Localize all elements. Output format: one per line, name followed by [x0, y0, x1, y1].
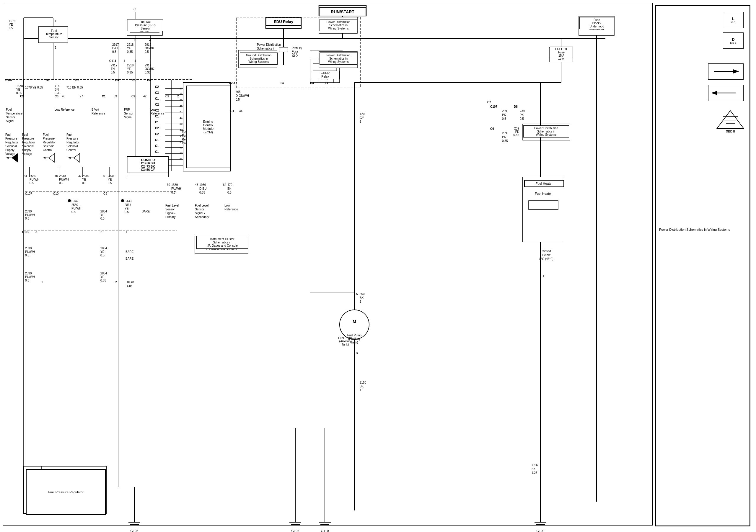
svg-text:C1: C1: [155, 139, 159, 141]
svg-text:1936: 1936: [199, 183, 206, 187]
svg-text:1: 1: [360, 300, 362, 303]
svg-text:BN: BN: [55, 88, 59, 91]
svg-text:G109: G109: [537, 529, 545, 532]
svg-text:BK: BK: [531, 468, 536, 470]
svg-text:Supply: Supply: [5, 148, 14, 152]
svg-text:1: 1: [360, 389, 362, 392]
fpmp-relay-label: F/PMP Relay: [311, 71, 339, 79]
svg-text:C1: C1: [155, 121, 159, 124]
svg-text:C107: C107: [25, 192, 32, 195]
svg-text:C9: C9: [103, 192, 107, 195]
svg-text:550: 550: [360, 292, 365, 296]
svg-text:Regulator: Regulator: [67, 141, 79, 144]
svg-text:2: 2: [177, 95, 179, 98]
svg-text:Low: Low: [225, 204, 230, 207]
svg-text:C4: C4: [147, 79, 151, 82]
svg-text:Regulator: Regulator: [43, 141, 56, 144]
svg-text:Low Reference: Low Reference: [55, 108, 75, 111]
svg-text:Pressure: Pressure: [43, 137, 55, 140]
svg-text:Sensor: Sensor: [124, 112, 133, 115]
svg-text:30: 30: [167, 183, 170, 187]
svg-text:PU/WH: PU/WH: [25, 275, 35, 279]
svg-text:Power Distribution: Power Distribution: [257, 43, 281, 46]
svg-text:BK: BK: [228, 187, 231, 190]
svg-text:YE: YE: [108, 178, 112, 181]
svg-text:Fuel: Fuel: [5, 133, 11, 136]
svg-text:C111: C111: [109, 59, 116, 63]
svg-text:Reference: Reference: [92, 112, 105, 115]
svg-marker-445: [711, 91, 717, 95]
svg-text:0.5: 0.5: [9, 27, 13, 30]
fuel-pressure-reg-label: Fuel Pressure Regulator: [26, 469, 106, 515]
svg-text:0.5: 0.5: [25, 254, 29, 257]
svg-text:Low: Low: [150, 108, 156, 111]
svg-point-252: [68, 199, 71, 202]
svg-text:G103: G103: [130, 529, 139, 532]
svg-text:2918: 2918: [127, 43, 134, 46]
svg-text:C2: C2: [155, 127, 159, 130]
svg-text:C1: C1: [155, 115, 159, 118]
svg-text:S143: S143: [124, 199, 132, 203]
power-dist-ref3: Power Distribution Schematics in Wiring …: [523, 125, 569, 138]
edu-relay-label: EDU Relay: [266, 18, 301, 26]
svg-text:2918: 2918: [127, 64, 134, 67]
svg-text:2834: 2834: [100, 210, 107, 213]
svg-text:C107: C107: [5, 79, 13, 82]
svg-text:Sensor: Sensor: [165, 208, 175, 211]
svg-text:C2: C2: [131, 95, 135, 98]
svg-text:Reference: Reference: [150, 112, 165, 115]
svg-text:Solenoid: Solenoid: [5, 144, 17, 148]
svg-text:718: 718: [55, 84, 60, 88]
svg-text:5-Volt: 5-Volt: [92, 108, 99, 111]
svg-text:YE: YE: [82, 178, 86, 181]
svg-text:2834: 2834: [100, 247, 107, 250]
svg-text:Signal: Signal: [6, 119, 14, 123]
svg-text:YE: YE: [100, 213, 104, 216]
svg-text:0.5: 0.5: [30, 182, 34, 185]
fuel-pump-label: Fuel Pump (Auxiliary Tank): [338, 336, 352, 346]
svg-text:F1: F1: [325, 82, 328, 85]
svg-text:0.5: 0.5: [25, 279, 29, 282]
svg-text:1: 1: [543, 275, 544, 278]
svg-rect-11: [279, 47, 288, 52]
svg-text:0.5: 0.5: [25, 217, 29, 220]
svg-text:0.5: 0.5: [228, 191, 231, 194]
svg-text:BK: BK: [360, 385, 364, 388]
svg-text:1: 1: [360, 120, 362, 123]
svg-text:1: 1: [125, 230, 127, 234]
svg-text:PU/WH: PU/WH: [25, 250, 35, 253]
svg-text:1: 1: [55, 19, 56, 23]
svg-text:239: 239: [502, 110, 507, 113]
svg-text:2530: 2530: [25, 247, 32, 250]
svg-text:C2: C2: [165, 95, 169, 98]
svg-text:43: 43: [195, 183, 199, 187]
svg-text:8°C (46°F): 8°C (46°F): [539, 257, 553, 261]
svg-text:37: 37: [78, 174, 82, 178]
svg-text:B: B: [134, 38, 136, 42]
svg-text:0.5: 0.5: [112, 50, 116, 53]
svg-text:PU/WH: PU/WH: [59, 178, 69, 181]
svg-text:Fuel: Fuel: [6, 108, 12, 111]
svg-text:2834: 2834: [108, 174, 115, 178]
svg-text:40: 40: [55, 174, 58, 178]
svg-text:239: 239: [520, 110, 525, 113]
svg-text:Solenoid: Solenoid: [22, 144, 34, 148]
svg-text:Blunt: Blunt: [127, 281, 134, 284]
svg-text:Regulator: Regulator: [22, 141, 35, 144]
svg-text:2: 2: [179, 111, 181, 114]
svg-text:C2: C2: [20, 95, 24, 98]
svg-text:FRP: FRP: [124, 108, 130, 111]
svg-text:1: 1: [149, 59, 151, 63]
obd-ii-legend: OBD II: [716, 109, 745, 133]
svg-text:Pressure: Pressure: [5, 137, 17, 140]
svg-text:2530: 2530: [25, 210, 32, 213]
svg-text:2530: 2530: [30, 174, 36, 178]
svg-text:54: 54: [24, 174, 27, 178]
ground-dist-label: Ground Distribution Schematics in Wiring…: [240, 53, 278, 64]
power-dist-ref2: Power Distribution Schematics in Wiring …: [319, 53, 357, 64]
svg-text:YE: YE: [100, 275, 104, 279]
svg-text:0.5: 0.5: [145, 50, 149, 53]
svg-text:Temperature: Temperature: [6, 112, 23, 115]
svg-text:PU/WH: PU/WH: [171, 187, 181, 190]
svg-text:C3: C3: [155, 91, 159, 94]
